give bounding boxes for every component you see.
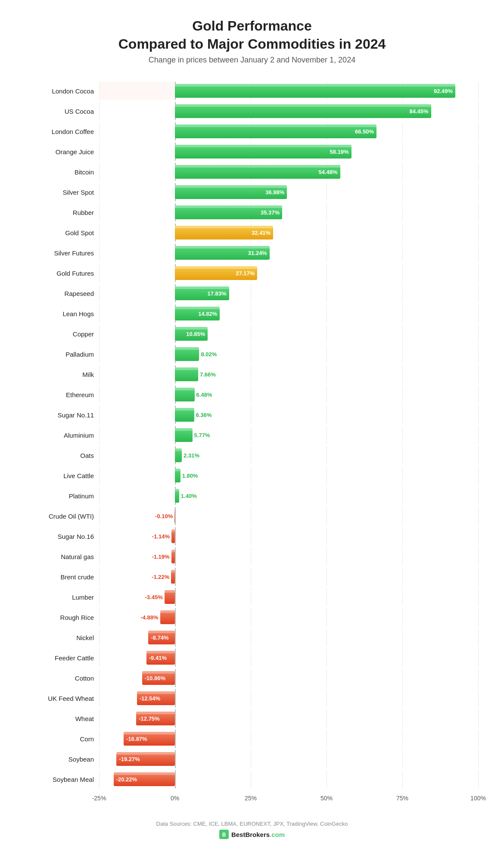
- bar-label-text: Lean Hogs: [26, 310, 99, 317]
- bar-label-text: Bitcoin: [26, 168, 99, 176]
- bar-fill: 36.98%: [175, 185, 287, 199]
- grid-line: [99, 730, 100, 748]
- bar-value-label: -4.88%: [140, 614, 158, 621]
- grid-line: [402, 284, 403, 302]
- bar-container: 6.48%: [99, 386, 478, 404]
- bar-row: Oats2.31%: [26, 446, 478, 464]
- grid-line: [327, 466, 327, 485]
- bar-row: Sugar No.16-1.14%: [26, 527, 478, 545]
- bar-container: 8.02%: [99, 345, 478, 363]
- bar-value-label: -12.54%: [140, 695, 160, 702]
- bar-wrapper: 1.80%: [175, 469, 180, 482]
- grid-line: [99, 365, 100, 383]
- bar-fill: 7.66%: [175, 367, 198, 381]
- grid-line: [327, 244, 327, 262]
- grid-line: [327, 628, 327, 647]
- grid-line: [251, 608, 251, 626]
- bar-value-label: -16.87%: [126, 736, 147, 742]
- bar-container: 5.77%: [99, 426, 478, 444]
- bar-wrapper: 6.36%: [175, 408, 194, 422]
- bar-fill: 58.19%: [175, 145, 352, 159]
- bar-wrapper: -4.88%: [160, 610, 175, 624]
- zero-grid-line: [175, 608, 176, 626]
- grid-line: [99, 689, 100, 707]
- grid-line: [402, 628, 403, 647]
- bar-row: Rough Rice-4.88%: [26, 608, 478, 626]
- grid-line: [99, 649, 100, 667]
- grid-line: [478, 365, 479, 383]
- grid-line: [99, 284, 100, 302]
- grid-line: [402, 386, 403, 404]
- grid-line: [402, 426, 403, 444]
- bar-fill: -20.22%: [114, 772, 175, 786]
- bar-row: Aluminium5.77%: [26, 426, 478, 444]
- bar-fill: 35.37%: [175, 205, 282, 219]
- zero-grid-line: [175, 588, 176, 606]
- x-tick: 100%: [470, 795, 486, 802]
- bar-container: -16.87%: [99, 730, 478, 748]
- bar-label-text: US Cocoa: [26, 108, 99, 115]
- bar-row: Gold Futures27.17%: [26, 264, 478, 282]
- grid-line: [478, 183, 479, 201]
- bar-fill: -12.75%: [136, 712, 175, 725]
- grid-line: [402, 406, 403, 424]
- bar-wrapper: 35.37%: [175, 205, 282, 219]
- bar-value-label: -9.41%: [149, 655, 167, 661]
- chart-subtitle: Change in prices between January 2 and N…: [26, 56, 478, 65]
- bar-container: 66.50%: [99, 122, 478, 140]
- grid-line: [327, 669, 327, 687]
- grid-line: [478, 345, 479, 363]
- bar-label-text: Live Cattle: [26, 472, 99, 479]
- grid-line: [478, 628, 479, 647]
- bar-row: London Cocoa92.49%: [26, 82, 478, 100]
- bar-value-label: 8.02%: [201, 351, 217, 358]
- bar-value-label: 27.17%: [236, 270, 255, 277]
- bar-label-text: Natural gas: [26, 553, 99, 560]
- bar-fill: 32.41%: [175, 226, 273, 239]
- grid-line: [251, 365, 251, 383]
- bar-fill: 1.80%: [175, 469, 180, 482]
- grid-line: [402, 305, 403, 323]
- bar-wrapper: 32.41%: [175, 226, 273, 239]
- bar-row: Silver Spot36.98%: [26, 183, 478, 201]
- brand: B BestBrokers.com: [219, 830, 285, 839]
- bar-fill: -4.88%: [160, 610, 175, 624]
- grid-line: [251, 628, 251, 647]
- bar-value-label: -8.74%: [151, 634, 168, 641]
- grid-line: [402, 345, 403, 363]
- grid-line: [478, 446, 479, 464]
- bar-container: -1.14%: [99, 527, 478, 545]
- bar-row: Platinum1.40%: [26, 487, 478, 505]
- grid-line: [478, 244, 479, 262]
- bar-container: -8.74%: [99, 628, 478, 647]
- grid-line: [402, 224, 403, 242]
- bar-row: Bitcoin54.48%: [26, 163, 478, 181]
- bar-fill: 54.48%: [175, 165, 340, 179]
- grid-line: [327, 689, 327, 707]
- grid-line: [402, 588, 403, 606]
- bar-container: -9.41%: [99, 649, 478, 667]
- grid-line: [99, 426, 100, 444]
- grid-line: [251, 284, 251, 302]
- bar-row: Orange Juice58.19%: [26, 143, 478, 161]
- bar-value-label: 31.24%: [248, 250, 267, 256]
- bar-row: Corn-16.87%: [26, 730, 478, 748]
- grid-line: [251, 568, 251, 586]
- grid-line: [99, 507, 100, 525]
- bar-wrapper: 17.83%: [175, 286, 229, 300]
- bar-container: 1.80%: [99, 466, 478, 485]
- bar-wrapper: -1.19%: [171, 550, 175, 563]
- grid-line: [478, 82, 479, 100]
- bar-value-label: 66.50%: [355, 128, 374, 135]
- grid-line: [327, 487, 327, 505]
- bar-label-text: Wheat: [26, 715, 99, 722]
- bar-value-label: 5.77%: [194, 432, 210, 438]
- grid-line: [478, 750, 479, 768]
- bar-label-text: Feeder Cattle: [26, 654, 99, 662]
- grid-line: [478, 102, 479, 120]
- grid-line: [99, 547, 100, 566]
- grid-line: [478, 709, 479, 728]
- zero-grid-line: [175, 750, 176, 768]
- bar-row: Soybean Meal-20.22%: [26, 770, 478, 788]
- grid-line: [327, 325, 327, 343]
